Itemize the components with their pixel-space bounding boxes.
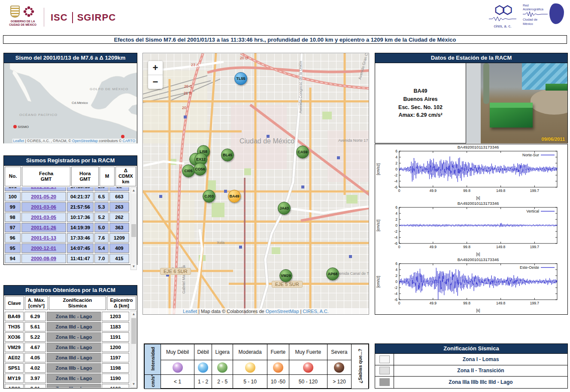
intensity-range: > 120 bbox=[327, 375, 351, 389]
station-photo: 09/06/2011 bbox=[466, 63, 567, 143]
record-zone: Zona IIIc - Lago bbox=[47, 384, 100, 388]
quake-date-link[interactable]: 2000-08-09 bbox=[21, 254, 66, 263]
quake-date-link[interactable]: 2001-05-20 bbox=[21, 192, 66, 201]
quake-magnitude: 2.9 bbox=[94, 187, 109, 191]
quake-distance: 262 bbox=[109, 213, 129, 222]
zone-label: Zona I - Lomas bbox=[394, 356, 567, 362]
quake-date-link[interactable]: 2001-03-05 bbox=[21, 213, 66, 222]
quake-date-link[interactable]: 2001-01-13 bbox=[21, 233, 66, 243]
quake-date-link[interactable]: 2001-03-06 bbox=[21, 202, 66, 212]
station-marker[interactable]: BL45 bbox=[221, 149, 234, 161]
zonification-panel: Zonificación Sísmica Zona I - LomasZona … bbox=[375, 343, 568, 389]
table-row[interactable]: SP514.02Zona IIIb - Lago1198 bbox=[5, 363, 129, 373]
street-name-label: Avenida Canal de T bbox=[335, 271, 369, 276]
record-zone: Zona IIIc - Lago bbox=[47, 343, 100, 352]
station-name: Buenos Aires bbox=[403, 95, 437, 103]
epicenter-map[interactable]: GOLFO DE MÉXICO Cd.México OCÉANO PACÍFIC… bbox=[4, 63, 137, 143]
intensity-header-label: Intensidad bbox=[150, 347, 155, 371]
table-row: 1012001-05-1417:15:132.922 bbox=[5, 187, 129, 191]
zoom-in-button[interactable]: + bbox=[148, 61, 163, 75]
record-amax: 6.29 bbox=[24, 312, 46, 321]
table-row[interactable]: XO365.22Zona IIIc - Lago1191 bbox=[5, 332, 129, 342]
table-row[interactable]: AP683.91Zona IIIc - Lago1198 bbox=[5, 384, 129, 388]
station-marker[interactable]: BA49 bbox=[228, 190, 241, 203]
quakes-panel: Sismos Registrados por la RACM No.Fecha … bbox=[3, 155, 137, 265]
attribution-link[interactable]: Leaflet bbox=[183, 309, 197, 314]
station-marker[interactable]: CJ03 bbox=[203, 190, 215, 203]
eje-road-badge: EJE 6 SUR bbox=[160, 268, 191, 275]
cdmx-asterisk-icon bbox=[22, 5, 35, 18]
x-axis-label: [s] bbox=[476, 308, 480, 313]
attribution-link[interactable]: Leaflet bbox=[13, 139, 24, 143]
record-station: MY19 bbox=[5, 374, 24, 383]
sabias-que-link[interactable]: ¿Sabías que...? bbox=[352, 344, 369, 389]
quake-magnitude: 5.2 bbox=[94, 213, 109, 222]
route-number-label: 20 C bbox=[184, 84, 192, 88]
scroll-up-icon[interactable]: ▲ bbox=[131, 311, 136, 317]
table-row: 952000-12-0114:07:455.4409 bbox=[5, 243, 129, 253]
table-row[interactable]: VM294.67Zona IIIc - Lago1200 bbox=[5, 343, 129, 352]
city-name-label: Ciudad de México bbox=[240, 137, 294, 145]
intensity-level-label: Muy Fuerte bbox=[289, 344, 327, 360]
quake-date-link[interactable]: 2000-12-01 bbox=[21, 243, 66, 253]
attribution-link[interactable]: OpenStreetMap bbox=[266, 309, 299, 314]
records-scrollbar[interactable]: ▲ ▼ bbox=[130, 311, 137, 388]
quake-distance: 22 bbox=[109, 187, 129, 191]
scroll-down-icon[interactable]: ▼ bbox=[131, 381, 136, 387]
quake-no: 97 bbox=[5, 223, 21, 232]
station-marker[interactable]: TL55 bbox=[234, 72, 247, 85]
station-marker[interactable]: CO56 bbox=[194, 163, 206, 176]
attribution-link[interactable]: CIRES, A.C. bbox=[303, 309, 329, 314]
city-map[interactable]: + − Ciudad de México EugeniaGabriel Manc… bbox=[142, 53, 369, 315]
record-amax: 3.97 bbox=[24, 374, 46, 383]
scroll-down-icon[interactable]: ▼ bbox=[131, 264, 136, 270]
scroll-thumb[interactable] bbox=[131, 318, 136, 344]
table-row[interactable]: TH355.61Zona IIId - Lago1183 bbox=[5, 322, 129, 331]
record-distance: 1197 bbox=[102, 353, 129, 362]
quake-distance: 415 bbox=[109, 254, 129, 263]
x-tick-label: 149.8 bbox=[496, 301, 506, 305]
table-row[interactable]: MY193.97Zona IIIc - Lago1190 bbox=[5, 374, 129, 383]
record-distance: 1198 bbox=[102, 363, 129, 373]
quake-distance: 409 bbox=[109, 243, 129, 253]
map-zoom-control: + − bbox=[148, 61, 163, 89]
quake-no: 101 bbox=[5, 187, 21, 191]
x-tick-label: 199.7 bbox=[530, 188, 540, 193]
sismo-legend: SISMO bbox=[13, 125, 29, 129]
cms2-row-header: cm/s² bbox=[145, 375, 161, 389]
photo-box-lid bbox=[490, 103, 533, 108]
attribution-link[interactable]: CARTO bbox=[123, 139, 135, 143]
x-tick-label: 0 bbox=[398, 245, 400, 249]
y-tick-label: 2 bbox=[395, 161, 397, 165]
record-station: BA49 bbox=[5, 312, 24, 321]
zoom-out-button[interactable]: − bbox=[148, 75, 163, 89]
station-marker[interactable]: JA43 bbox=[278, 202, 291, 215]
record-station: XO36 bbox=[5, 332, 24, 342]
record-amax: 4.02 bbox=[24, 363, 46, 373]
station-marker[interactable]: CA59 bbox=[296, 146, 309, 158]
quakes-table-body: 1012001-05-1417:15:132.9221002001-05-200… bbox=[4, 187, 137, 270]
scroll-thumb[interactable] bbox=[131, 224, 136, 237]
photo-green-slab bbox=[546, 84, 567, 91]
zonification-row: Zona I - Lomas bbox=[375, 354, 567, 365]
y-tick-label: -4 bbox=[394, 292, 397, 296]
table-row: 982001-03-0510:17:365.2262 bbox=[5, 213, 129, 222]
station-marker[interactable]: CI05 bbox=[182, 164, 195, 177]
table-row: 942000-08-0911:41:477.0415 bbox=[5, 254, 129, 263]
quake-date-link[interactable]: 2001-01-26 bbox=[21, 223, 66, 232]
zone-swatch-cell bbox=[375, 354, 394, 365]
table-row[interactable]: BA496.29Zona IIIc - Lago1203 bbox=[5, 312, 129, 321]
station-marker[interactable]: AP68 bbox=[326, 267, 339, 280]
scroll-up-icon[interactable]: ▲ bbox=[131, 188, 136, 194]
station-marker[interactable]: VM29 bbox=[279, 269, 292, 282]
y-tick-label: 6 bbox=[395, 205, 397, 210]
quake-date-link[interactable]: 2001-05-14 bbox=[21, 187, 66, 191]
x-tick-label: 0 bbox=[398, 188, 400, 193]
table-row[interactable]: AE024.05Zona IIId - Lago1197 bbox=[5, 353, 129, 362]
intensity-ball-icon bbox=[334, 362, 344, 373]
street-name-label: Avenida Norte 17 bbox=[338, 138, 368, 143]
attribution-link[interactable]: OpenStreetMap bbox=[72, 139, 98, 143]
intensity-ball-cell bbox=[327, 360, 351, 375]
quake-time: 04:21:37 bbox=[67, 192, 94, 201]
quakes-scrollbar[interactable]: ▲ ▼ bbox=[130, 187, 137, 270]
